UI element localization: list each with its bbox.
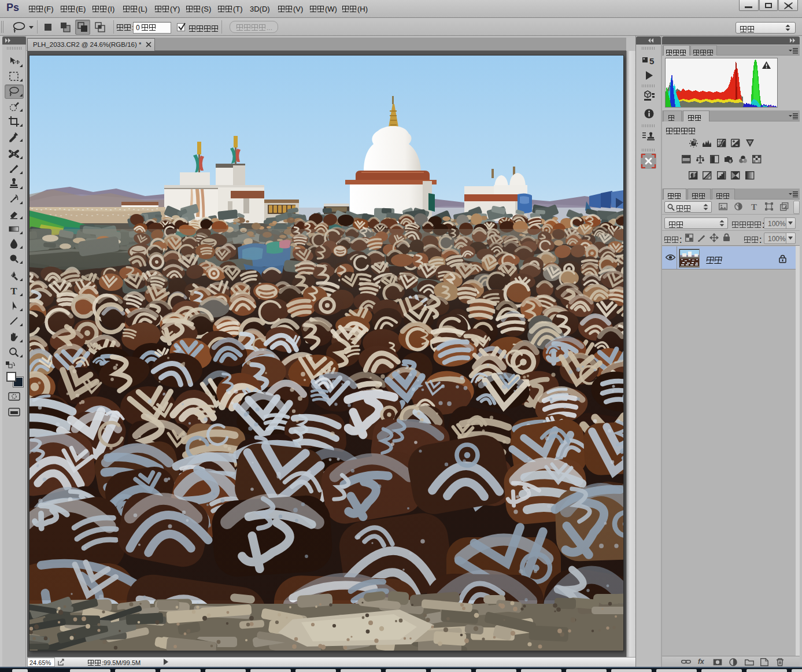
svg-text:T: T (751, 202, 757, 211)
svg-text:T: T (10, 286, 17, 297)
svg-text:5: 5 (649, 56, 654, 66)
